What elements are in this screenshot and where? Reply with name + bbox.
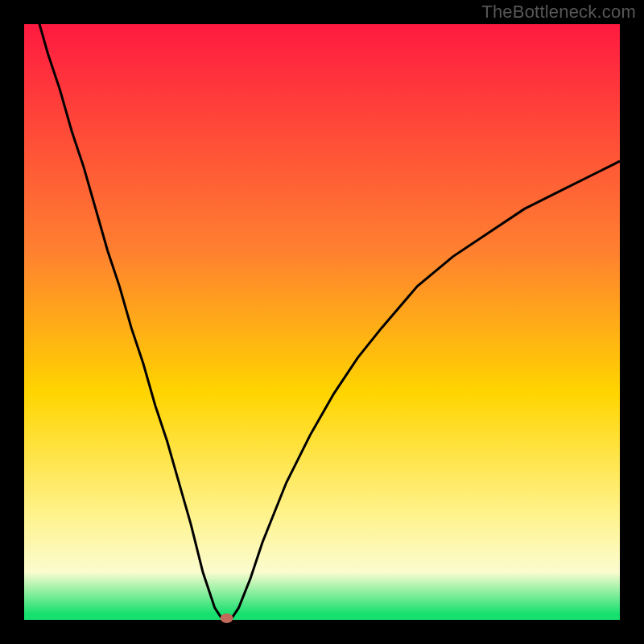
optimal-marker — [221, 613, 233, 623]
plot-area — [24, 24, 620, 620]
watermark-text: TheBottleneck.com — [481, 2, 636, 23]
chart-container: { "watermark": "TheBottleneck.com", "col… — [0, 0, 644, 644]
bottleneck-chart — [0, 0, 644, 644]
